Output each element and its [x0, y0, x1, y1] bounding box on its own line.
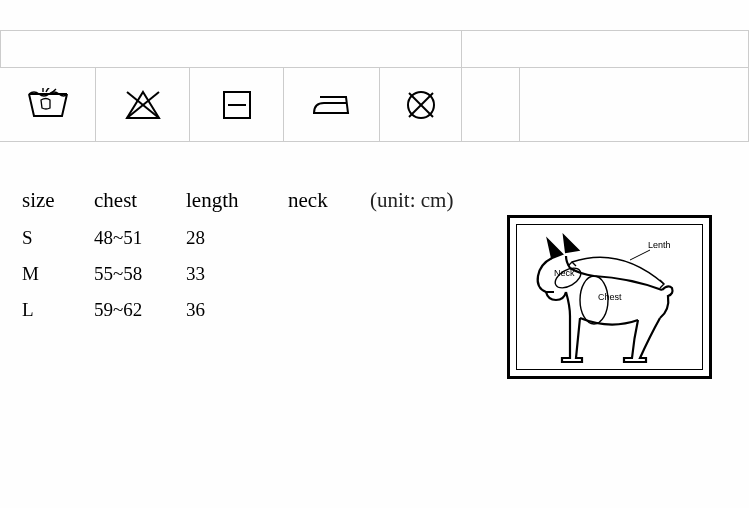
cell-length: 28 [186, 221, 286, 255]
cell-neck [288, 293, 368, 327]
header-neck: neck [288, 182, 368, 219]
do-not-dry-clean-icon [404, 88, 438, 122]
table-row: M 55~58 33 [22, 257, 471, 291]
top-grid-row [0, 30, 749, 68]
cell-size: S [22, 221, 92, 255]
header-unit: (unit: cm) [370, 182, 471, 219]
cell-length: 36 [186, 293, 286, 327]
cell-neck [288, 257, 368, 291]
diagram-label-neck: Neck [554, 268, 575, 278]
header-size: size [22, 182, 92, 219]
cell-length: 33 [186, 257, 286, 291]
care-symbols-row [0, 68, 749, 142]
cell-chest: 48~51 [94, 221, 184, 255]
dry-in-shade-icon [220, 88, 254, 122]
iron-low-icon [310, 91, 354, 119]
measurement-diagram: Lenth Neck Chest [507, 215, 712, 379]
diagram-label-length: Lenth [648, 240, 671, 250]
size-chart-table: size chest length neck (unit: cm) S 48~5… [20, 180, 473, 329]
cell-chest: 59~62 [94, 293, 184, 327]
table-row: S 48~51 28 [22, 221, 471, 255]
cell-chest: 55~58 [94, 257, 184, 291]
diagram-label-chest: Chest [598, 292, 622, 302]
do-not-bleach-icon [123, 88, 163, 122]
cell-size: L [22, 293, 92, 327]
cell-size: M [22, 257, 92, 291]
header-length: length [186, 182, 286, 219]
header-chest: chest [94, 182, 184, 219]
table-header-row: size chest length neck (unit: cm) [22, 182, 471, 219]
cell-neck [288, 221, 368, 255]
hand-wash-icon [26, 88, 70, 122]
table-row: L 59~62 36 [22, 293, 471, 327]
